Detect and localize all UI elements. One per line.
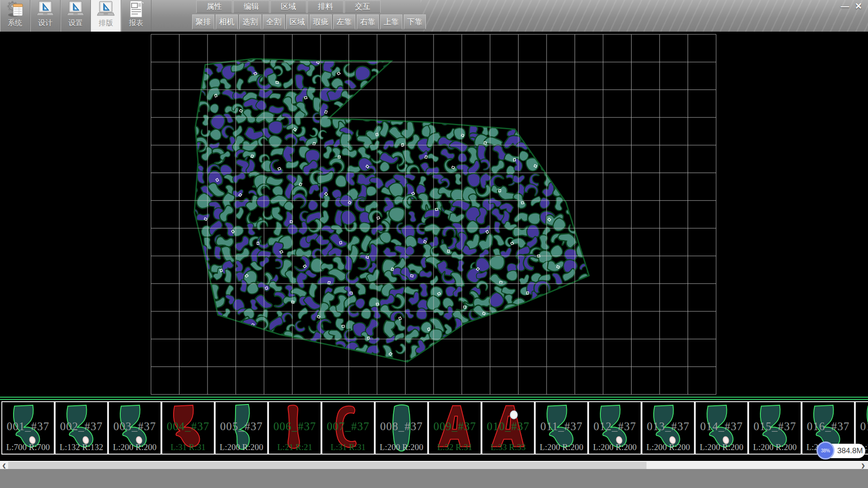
scroll-left-button[interactable]: ❮ [0,462,8,469]
main-tab-layout[interactable]: 排版 [91,0,121,32]
nesting-canvas[interactable] [0,32,868,396]
menu-item-region[interactable]: 区域 [270,0,307,13]
main-tab-label: 设计 [38,19,52,28]
menu-item-nesting[interactable]: 排料 [307,0,344,13]
report-doc-icon [126,0,146,19]
piece-thumbnail-015[interactable]: 015_#37 L:200 R:200 [748,401,802,455]
piece-lr-count: L:200 R:200 [376,442,427,452]
tool-button-cut-all[interactable]: 全割 [263,14,285,29]
minimize-button[interactable]: — [838,1,852,12]
main-toolbar-tabs: 系统 设计 设置 排版 [0,0,151,32]
piece-lr-count: L:200 R:200 [109,442,160,452]
piece-id: 004_#37 [162,420,214,433]
piece-lr-count: L:132 R:132 [56,442,107,452]
tool-button-snap-left[interactable]: 左靠 [333,14,355,29]
piece-lr-count: L:700 R:700 [2,442,54,452]
canvas-grid [151,34,716,394]
piece-thumbnail-003[interactable]: 003_#37 L:200 R:200 [108,401,161,455]
laptop-ruler-icon [66,0,85,19]
tool-button-snap-up[interactable]: 上靠 [380,14,402,29]
piece-lr-count: L:21 R:21 [269,442,321,452]
menu-item-edit[interactable]: 编辑 [233,0,269,13]
piece-thumbnail-011[interactable]: 011_#37 L:200 R:200 [535,401,588,455]
scrollbar-thumb[interactable] [8,462,646,469]
piece-thumbnail-002[interactable]: 002_#37 L:132 R:132 [55,401,108,455]
main-tab-design[interactable]: 设计 [30,0,61,32]
piece-lr-count: L:200 R:200 [696,442,747,452]
main-tab-label: 设置 [68,19,83,28]
tool-button-camera[interactable]: 相机 [216,14,238,29]
main-tab-report[interactable]: 报表 [121,0,151,32]
piece-thumbnail-007[interactable]: 007_#37 L:31 R:31 [321,401,375,455]
laptop-ruler-icon [35,0,55,19]
scroll-right-button[interactable]: ❯ [859,462,867,469]
piece-id: 011_#37 [536,420,587,433]
piece-id: 002_#37 [56,420,107,433]
pieces-panel: 001_#37 L:700 R:700 002_#37 L:132 R:132 … [0,396,868,461]
window-controls: — ✕ [838,1,865,12]
piece-thumbnail-014[interactable]: 014_#37 L:200 R:200 [695,401,748,455]
piece-lr-count: L:31 R:31 [162,442,214,452]
horizontal-scrollbar[interactable]: ❮ ❯ [0,462,868,469]
piece-id: 007_#37 [322,420,374,433]
piece-id: 003_#37 [109,420,160,433]
tool-button-defect[interactable]: 瑕疵 [310,14,332,29]
piece-lr-count: L:200 R:200 [536,442,587,452]
piece-id: 008_#37 [376,420,427,433]
piece-lr-count: L:31 R:31 [322,442,374,452]
piece-lr-count: L:200 R:200 [749,442,801,452]
piece-id: 005_#37 [216,420,267,433]
piece-lr-count: L:200 R:200 [216,442,267,452]
tool-button-cluster-nest[interactable]: 聚排 [192,14,214,29]
main-tab-settings[interactable]: 设置 [61,0,91,32]
panel-divider-line [0,397,868,398]
menu-bar: 属性编辑区域排料交互 [196,0,382,13]
piece-id: 012_#37 [589,420,641,433]
main-tab-label: 报表 [129,19,143,28]
memory-status-badge[interactable]: 384.8M 38% [816,441,867,460]
piece-thumbnail-009[interactable]: 009_#37 L:32 R:31 [428,401,481,455]
piece-thumbnail-008[interactable]: 008_#37 L:200 R:200 [375,401,428,455]
piece-id: 009_#37 [429,420,481,433]
piece-lr-count: L:200 R:200 [589,442,641,452]
window-bottom-edge [0,469,868,488]
piece-thumbnail-list: 001_#37 L:700 R:700 002_#37 L:132 R:132 … [1,401,868,455]
piece-id: 013_#37 [642,420,694,433]
piece-thumbnail-010[interactable]: 010_#37 L:33 R:33 [481,401,535,455]
tool-button-snap-right[interactable]: 右靠 [357,14,379,29]
piece-lr-count: L:200 R:200 [642,442,694,452]
tool-button-snap-down[interactable]: 下靠 [404,14,426,29]
laptop-ruler-icon [96,0,116,19]
gear-notebook-icon [5,0,25,19]
memory-value: 384.8M [837,444,863,458]
piece-id: 006_#37 [269,420,321,433]
tool-button-region[interactable]: 区域 [286,14,308,29]
piece-thumbnail-001[interactable]: 001_#37 L:700 R:700 [1,401,55,455]
piece-thumbnail-004[interactable]: 004_#37 L:31 R:31 [161,401,215,455]
tool-button-select-cut[interactable]: 选割 [239,14,261,29]
app-window: 系统 设计 设置 排版 [0,0,868,488]
toolbar: 系统 设计 设置 排版 [0,0,868,32]
piece-lr-count: L:33 R:33 [482,442,534,452]
menu-item-interaction[interactable]: 交互 [344,0,381,13]
main-tab-system[interactable]: 系统 [0,0,30,32]
piece-thumbnail-006[interactable]: 006_#37 L:21 R:21 [268,401,321,455]
piece-id: 014_#37 [696,420,747,433]
piece-id: 015_#37 [749,420,801,433]
tool-bar: 聚排相机选割全割区域瑕疵左靠右靠上靠下靠 [192,14,427,29]
piece-thumbnail-013[interactable]: 013_#37 L:200 R:200 [642,401,695,455]
progress-percent: 38% [821,448,830,453]
piece-id: 017_#37 [856,420,868,433]
close-button[interactable]: ✕ [852,1,865,12]
piece-thumbnail-005[interactable]: 005_#37 L:200 R:200 [215,401,268,455]
piece-lr-count: L:32 R:31 [429,442,481,452]
piece-id: 010_#37 [482,420,534,433]
main-tab-label: 系统 [8,19,22,28]
progress-circle-icon: 38% [816,441,835,460]
main-tab-label: 排版 [99,19,113,28]
piece-id: 016_#37 [802,420,854,433]
menu-item-properties[interactable]: 属性 [196,0,232,13]
piece-thumbnail-012[interactable]: 012_#37 L:200 R:200 [588,401,642,455]
nesting-canvas-drawing[interactable] [0,32,868,396]
panel-divider-line [0,399,868,400]
